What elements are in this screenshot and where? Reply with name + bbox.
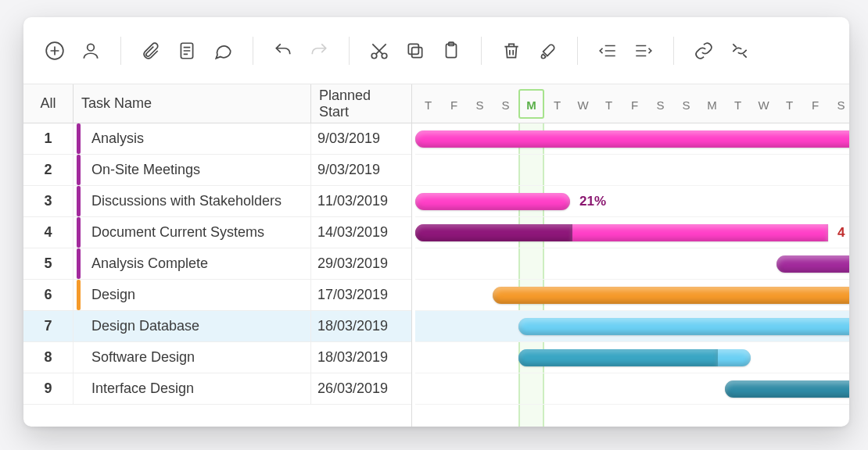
day-label: T — [544, 98, 570, 112]
day-label: T — [596, 98, 622, 112]
undo-icon[interactable] — [269, 37, 297, 65]
table-row[interactable]: 6Design17/03/2019 — [23, 280, 411, 311]
column-header-start[interactable]: Planned Start — [311, 84, 411, 123]
day-label: W — [570, 98, 596, 112]
redo-icon[interactable] — [305, 37, 333, 65]
day-label: S — [647, 98, 673, 112]
task-table: All Task Name Planned Start 1Analysis9/0… — [23, 84, 412, 427]
gantt-bar-label: 4 — [838, 224, 845, 241]
toolbar-separator — [349, 37, 350, 65]
gantt-bar-progress — [518, 349, 718, 366]
comment-icon[interactable] — [209, 37, 237, 65]
link-icon[interactable] — [690, 37, 718, 65]
task-name: Analysis — [91, 130, 144, 147]
add-icon[interactable] — [41, 37, 69, 65]
task-name: Analysis Complete — [91, 255, 208, 272]
toolbar-separator — [577, 37, 578, 65]
toolbar-separator — [481, 37, 482, 65]
row-number: 5 — [23, 248, 74, 279]
row-color-stripe — [77, 248, 81, 279]
indent-icon[interactable] — [629, 37, 658, 65]
planned-start: 9/03/2019 — [311, 123, 411, 154]
day-label: T — [725, 98, 751, 112]
gantt-bar[interactable] — [415, 130, 849, 148]
gantt-bar[interactable] — [725, 380, 849, 398]
day-label: S — [828, 98, 849, 112]
toolbar-separator — [253, 37, 253, 65]
svg-rect-13 — [408, 44, 418, 54]
gantt-row — [415, 155, 849, 186]
row-color-stripe — [77, 155, 81, 185]
toolbar — [23, 17, 849, 84]
row-color-stripe — [77, 280, 81, 310]
gantt-bar[interactable] — [777, 255, 849, 273]
column-header-all[interactable]: All — [23, 84, 74, 123]
planned-start: 18/03/2019 — [311, 342, 411, 373]
gantt-row — [415, 373, 849, 405]
day-label: F — [622, 98, 647, 112]
delete-icon[interactable] — [497, 37, 525, 65]
gantt-row: 21% — [415, 186, 849, 217]
row-color-stripe — [77, 373, 81, 404]
row-color-stripe — [77, 217, 81, 248]
paint-icon[interactable] — [533, 37, 561, 65]
row-color-stripe — [77, 123, 81, 154]
toolbar-separator — [120, 37, 121, 65]
gantt-bar[interactable] — [518, 318, 849, 335]
gantt-bar[interactable] — [518, 349, 751, 366]
gantt-row — [415, 280, 849, 311]
planned-start: 9/03/2019 — [311, 155, 411, 185]
copy-icon[interactable] — [401, 37, 429, 65]
table-row[interactable]: 1Analysis9/03/2019 — [23, 123, 411, 155]
day-label: S — [493, 98, 518, 112]
row-number: 2 — [23, 155, 74, 185]
gantt-bar-progress — [415, 224, 572, 241]
attach-icon[interactable] — [137, 37, 165, 65]
gantt-bar-label: 21% — [579, 193, 606, 210]
planned-start: 17/03/2019 — [311, 280, 411, 310]
paste-icon[interactable] — [437, 37, 465, 65]
note-icon[interactable] — [173, 37, 201, 65]
row-color-stripe — [77, 342, 81, 373]
svg-line-22 — [733, 44, 736, 47]
row-number: 7 — [23, 311, 74, 341]
toolbar-separator — [673, 37, 674, 65]
table-row[interactable]: 2On-Site Meetings9/03/2019 — [23, 155, 411, 186]
gantt-row — [415, 248, 849, 280]
table-row[interactable]: 8Software Design18/03/2019 — [23, 342, 411, 373]
planned-start: 11/03/2019 — [311, 186, 411, 216]
cut-icon[interactable] — [365, 37, 393, 65]
timeline-header: TFSSMTWTFSSMTWTFSS — [412, 84, 849, 123]
gantt-bar[interactable] — [415, 193, 570, 210]
planned-start: 18/03/2019 — [311, 311, 411, 341]
today-marker — [518, 89, 544, 119]
day-label: S — [467, 98, 493, 112]
day-label: T — [777, 98, 802, 112]
gantt-chart: TFSSMTWTFSSMTWTFSS 21%4 — [412, 84, 849, 427]
planned-start: 14/03/2019 — [311, 217, 411, 248]
task-name: Discussions with Stakeholders — [91, 193, 282, 209]
task-name: On-Site Meetings — [91, 162, 200, 178]
task-name: Document Current Systems — [91, 224, 264, 241]
day-label: T — [415, 98, 441, 112]
gantt-row: 4 — [415, 217, 849, 248]
table-row[interactable]: 3Discussions with Stakeholders11/03/2019 — [23, 186, 411, 217]
day-label: F — [802, 98, 828, 112]
gantt-row — [415, 342, 849, 373]
outdent-icon[interactable] — [594, 37, 622, 65]
table-row[interactable]: 4Document Current Systems14/03/2019 — [23, 217, 411, 248]
gantt-bar[interactable] — [493, 287, 849, 304]
column-header-name[interactable]: Task Name — [74, 84, 311, 123]
table-row[interactable]: 7Design Database18/03/2019 — [23, 311, 411, 342]
planned-start: 26/03/2019 — [311, 373, 411, 404]
unlink-icon[interactable] — [726, 37, 754, 65]
row-number: 6 — [23, 280, 74, 310]
table-row[interactable]: 9Interface Design26/03/2019 — [23, 373, 411, 405]
gantt-row — [415, 123, 849, 155]
row-number: 3 — [23, 186, 74, 216]
table-header: All Task Name Planned Start — [23, 84, 411, 123]
person-icon[interactable] — [77, 37, 105, 65]
svg-line-23 — [743, 54, 746, 57]
table-row[interactable]: 5Analysis Complete29/03/2019 — [23, 248, 411, 280]
gantt-bar[interactable] — [415, 224, 828, 241]
